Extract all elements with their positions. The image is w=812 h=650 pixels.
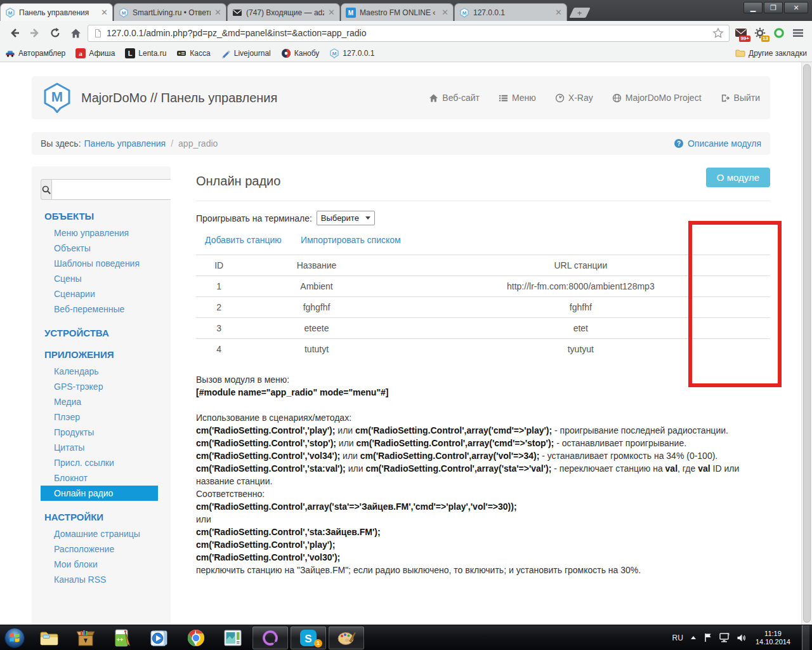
tab-close-icon[interactable]: ✕ bbox=[101, 8, 108, 17]
sidebar-item[interactable]: Присл. ссылки bbox=[41, 455, 158, 470]
bookmark-star-icon[interactable] bbox=[712, 27, 724, 39]
list-icon bbox=[499, 93, 508, 103]
show-desktop-button[interactable] bbox=[802, 625, 809, 650]
taskbar-pinned-notepad[interactable]: ++ bbox=[104, 625, 141, 650]
taskbar-running-skype[interactable]: S1 bbox=[290, 626, 327, 650]
bookmark-item[interactable]: Канобу bbox=[281, 48, 320, 58]
import-list-link[interactable]: Импортировать списком bbox=[301, 235, 401, 245]
network-icon[interactable] bbox=[719, 633, 730, 642]
sidebar-item[interactable]: Объекты bbox=[41, 241, 158, 256]
main-content: Онлайн радио О модуле Проигрывать на тер… bbox=[196, 165, 770, 576]
taskbar-pinned-chrome[interactable] bbox=[178, 625, 214, 650]
volume-icon[interactable] bbox=[737, 633, 747, 642]
header-nav-home[interactable]: Веб-сайт bbox=[429, 93, 480, 103]
window-close-button[interactable]: ✕ bbox=[784, 2, 808, 13]
taskbar-pinned-wmp[interactable] bbox=[141, 625, 178, 650]
sidebar-item[interactable]: Плэер bbox=[41, 409, 158, 425]
divider bbox=[196, 201, 770, 201]
forward-button[interactable] bbox=[27, 25, 43, 41]
browser-menu-icon[interactable] bbox=[790, 25, 806, 41]
sidebar-item[interactable]: Расположение bbox=[41, 541, 158, 557]
green-ring-ext-icon[interactable] bbox=[771, 25, 787, 41]
language-indicator[interactable]: RU bbox=[672, 633, 683, 642]
taskbar-running-purple-app[interactable] bbox=[252, 626, 289, 650]
sidebar-item[interactable]: Продукты bbox=[41, 425, 158, 440]
scrollbar-thumb[interactable] bbox=[803, 64, 811, 623]
browser-tab[interactable]: MMaestro FM ONLINE ‹ Maes✕ bbox=[341, 3, 454, 21]
home-button[interactable] bbox=[67, 25, 84, 41]
sidebar-item[interactable]: Цитаты bbox=[41, 440, 158, 455]
taskbar-clock[interactable]: 11:19 14.10.2014 bbox=[756, 630, 790, 646]
tab-close-icon[interactable]: ✕ bbox=[442, 8, 449, 17]
terminal-select[interactable]: Выберите bbox=[317, 211, 375, 225]
svg-text:M: M bbox=[8, 10, 13, 16]
windows-start-icon bbox=[4, 627, 25, 649]
bookmark-item[interactable]: LLenta.ru bbox=[125, 48, 166, 58]
vertical-scrollbar[interactable] bbox=[801, 62, 812, 625]
doc-line: Вызов модуля в меню: bbox=[196, 373, 770, 386]
sidebar-item[interactable]: Каналы RSS bbox=[41, 572, 158, 587]
mail-ext-icon[interactable]: 99+ bbox=[733, 25, 749, 41]
browser-tab[interactable]: MSmartLiving.ru • Ответить✕ bbox=[114, 3, 226, 21]
about-module-button[interactable]: О модуле bbox=[706, 168, 770, 187]
back-button[interactable] bbox=[6, 25, 23, 41]
taskbar-pinned-archive[interactable] bbox=[67, 625, 104, 650]
window-minimize-button[interactable]: ▁ bbox=[743, 2, 763, 13]
table-header: Название bbox=[242, 255, 391, 276]
header-nav-logout[interactable]: Выйти bbox=[721, 93, 760, 103]
header-nav-gauge[interactable]: X-Ray bbox=[555, 93, 593, 103]
search-button[interactable] bbox=[41, 179, 51, 200]
table-row[interactable]: 1Ambienthttp://lr-fm.com:8000/ambient128… bbox=[196, 276, 770, 297]
tab-close-icon[interactable]: ✕ bbox=[214, 8, 221, 17]
afisha-icon: a bbox=[75, 48, 86, 58]
sidebar-item[interactable]: Мои блоки bbox=[41, 557, 158, 572]
start-button[interactable] bbox=[4, 627, 25, 649]
sidebar-item[interactable]: Меню управления bbox=[41, 225, 158, 241]
add-station-link[interactable]: Добавить станцию bbox=[205, 235, 282, 245]
header-nav-globe[interactable]: MajorDoMo Project bbox=[612, 93, 702, 103]
taskbar-running-paint[interactable] bbox=[328, 626, 365, 650]
browser-tab[interactable]: MПанель управления✕ bbox=[0, 3, 113, 21]
window-restore-button[interactable]: ❐ bbox=[764, 2, 783, 13]
brand[interactable]: M MajorDoMo // Панель управления bbox=[42, 82, 277, 114]
other-bookmarks-folder[interactable]: Другие закладки bbox=[735, 49, 807, 58]
taskbar-pinned-explorer[interactable] bbox=[30, 625, 67, 650]
browser-tab[interactable]: (747) Входящие — adzam@✕ bbox=[227, 3, 340, 21]
bookmark-item[interactable]: Авторамблер bbox=[5, 48, 65, 58]
bookmark-item[interactable]: aАфиша bbox=[75, 48, 115, 58]
sidebar-item[interactable]: Шаблоны поведения bbox=[41, 256, 158, 271]
module-description-link[interactable]: ? Описание модуля bbox=[674, 138, 761, 149]
search-input[interactable] bbox=[51, 179, 171, 200]
sidebar-item[interactable]: Онлайн радио bbox=[41, 486, 158, 501]
sidebar-item[interactable]: Блокнот bbox=[41, 470, 158, 486]
breadcrumb-link-panel[interactable]: Панель управления bbox=[84, 138, 166, 149]
sidebar-item[interactable]: Календарь bbox=[41, 364, 158, 379]
table-row[interactable]: 2fghgfhffghfhf bbox=[196, 297, 770, 318]
sidebar-item[interactable]: Веб-переменные bbox=[41, 302, 158, 317]
page-icon[interactable] bbox=[93, 29, 102, 38]
globe-icon bbox=[612, 93, 622, 103]
bookmark-item[interactable]: Livejournal bbox=[221, 48, 271, 58]
gear-ext-icon[interactable]: 13 bbox=[752, 25, 768, 41]
bookmark-item[interactable]: Касса bbox=[176, 48, 210, 58]
tab-close-icon[interactable]: ✕ bbox=[555, 8, 562, 17]
address-bar[interactable]: 127.0.0.1/admin.php?pd=pz_&md=panel&inst… bbox=[88, 25, 730, 42]
new-tab-button[interactable]: + bbox=[569, 8, 590, 18]
sidebar-item[interactable]: Сцены bbox=[41, 271, 158, 286]
table-row[interactable]: 4tututyttyutyut bbox=[196, 339, 770, 360]
table-cell: 3 bbox=[196, 318, 242, 339]
header-nav-list[interactable]: Меню bbox=[499, 93, 536, 103]
action-center-flag-icon[interactable] bbox=[704, 633, 712, 642]
sidebar-item[interactable]: Сценарии bbox=[41, 286, 158, 302]
hidden-icons-arrow[interactable] bbox=[690, 635, 697, 641]
taskbar-pinned-viewer[interactable] bbox=[214, 625, 251, 650]
sidebar-item[interactable]: Медиа bbox=[41, 394, 158, 409]
table-row[interactable]: 3eteeteetet bbox=[196, 318, 770, 339]
url-text[interactable]: 127.0.0.1/admin.php?pd=pz_&md=panel&inst… bbox=[107, 28, 708, 38]
sidebar-item[interactable]: Домашние страницы bbox=[41, 526, 158, 541]
tab-close-icon[interactable]: ✕ bbox=[328, 8, 335, 17]
browser-tab[interactable]: M127.0.0.1✕ bbox=[454, 3, 567, 21]
bookmark-item[interactable]: M127.0.0.1 bbox=[329, 48, 374, 58]
sidebar-item[interactable]: GPS-трэкер bbox=[41, 379, 158, 394]
reload-button[interactable] bbox=[47, 25, 63, 41]
